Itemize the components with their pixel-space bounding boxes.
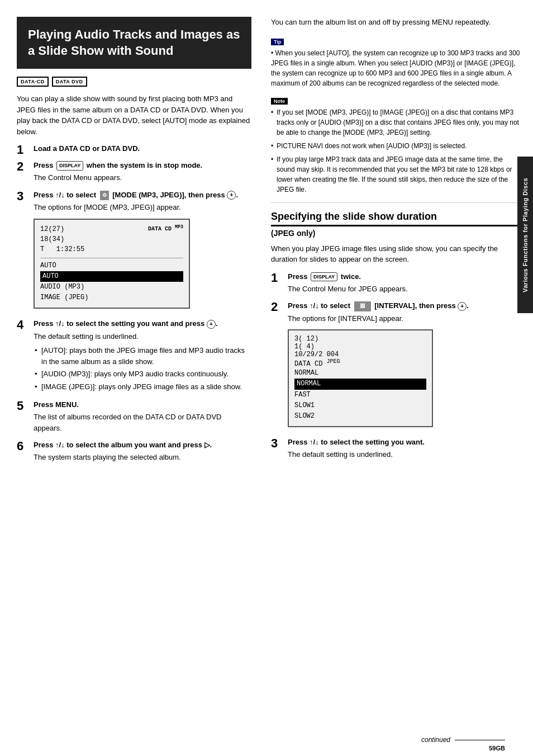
step-6-number: 6 bbox=[17, 440, 29, 465]
step-r3: 3 Press ↑/↓ to select the setting you wa… bbox=[271, 437, 522, 462]
note-content: If you set [MODE (MP3, JPEG)] to [IMAGE … bbox=[271, 107, 522, 195]
step-r3-title: Press ↑/↓ to select the setting you want… bbox=[288, 437, 522, 447]
step-4-bullets: [AUTO]: plays both the JPEG image files … bbox=[34, 345, 251, 392]
screen1-line2: 18(34) bbox=[40, 234, 84, 244]
step-2-content: Press DISPLAY when the system is in stop… bbox=[34, 160, 251, 186]
continued-line: continued bbox=[421, 736, 505, 744]
screen2-label: DATA CD JPEG bbox=[294, 358, 426, 368]
step-r3-number: 3 bbox=[271, 437, 283, 462]
screen2-menu: NORMAL NORMAL FAST SLOW1 SLOW2 bbox=[294, 368, 426, 422]
step-r1-content: Press DISPLAY twice. The Control Menu fo… bbox=[288, 272, 522, 297]
step-5-content: Press MENU. The list of albums recorded … bbox=[34, 400, 251, 436]
screen1-line3: T 1:32:55 bbox=[40, 244, 84, 254]
step-5-title: Press MENU. bbox=[34, 400, 251, 410]
screen1-menu-item-3: AUDIO (MP3) bbox=[40, 282, 183, 292]
tip-content: • When you select [AUTO], the system can… bbox=[271, 48, 522, 88]
screen2-menu-item-5: SLOW2 bbox=[294, 411, 426, 422]
step-4: 4 Press ↑/↓ to select the setting you wa… bbox=[17, 319, 251, 395]
tip-box: Tip • When you select [AUTO], the system… bbox=[271, 37, 522, 88]
step-6-desc: The system starts playing the selected a… bbox=[34, 452, 251, 463]
enter-button: + bbox=[227, 191, 236, 200]
step-2: 2 Press DISPLAY when the system is in st… bbox=[17, 160, 251, 186]
continued-line-decoration bbox=[455, 740, 505, 740]
step-3: 3 Press ↑/↓ to select ⚙ [MODE (MP3, JPEG… bbox=[17, 190, 251, 314]
step-3-content: Press ↑/↓ to select ⚙ [MODE (MP3, JPEG)]… bbox=[34, 190, 251, 314]
step-3-number: 3 bbox=[17, 190, 29, 314]
bullet-audio: [AUDIO (MP3)]: plays only MP3 audio trac… bbox=[34, 368, 251, 380]
note-item-1: If you set [MODE (MP3, JPEG)] to [IMAGE … bbox=[271, 107, 522, 138]
step-r2: 2 Press ↑/↓ to select 🖼 [INTERVAL], then… bbox=[271, 301, 522, 433]
step-6: 6 Press ↑/↓ to select the album you want… bbox=[17, 440, 251, 465]
screen1-menu: AUTO AUTO AUDIO (MP3) IMAGE (JPEG) bbox=[40, 258, 183, 304]
screen2-top: 3( 12) 1( 4) 10/29/2 004 DATA CD JPEG bbox=[294, 335, 426, 368]
note-box: Note If you set [MODE (MP3, JPEG)] to [I… bbox=[271, 96, 522, 195]
note-label: Note bbox=[271, 98, 288, 105]
step-r3-desc: The default setting is underlined. bbox=[288, 449, 522, 460]
screen1-track-info: 12(27) 18(34) T 1:32:55 bbox=[40, 224, 84, 254]
screen1-top: 12(27) 18(34) T 1:32:55 DATA CD MP3 bbox=[40, 224, 183, 254]
sidebar-tab: Various Functions for Playing Discs bbox=[517, 157, 533, 313]
step-r1-title: Press DISPLAY twice. bbox=[288, 272, 522, 282]
section-divider bbox=[271, 202, 522, 203]
screen1-menu-item-2: AUTO bbox=[40, 271, 183, 282]
step-3-desc: The options for [MODE (MP3, JPEG)] appea… bbox=[34, 202, 251, 213]
screen1-menu-item-1: AUTO bbox=[40, 261, 183, 271]
right-top-text: You can turn the album list on and off b… bbox=[271, 17, 522, 28]
screen-display-2: 3( 12) 1( 4) 10/29/2 004 DATA CD JPEG NO… bbox=[288, 329, 433, 427]
step-r1-desc: The Control Menu for JPEG appears. bbox=[288, 284, 522, 295]
step-4-number: 4 bbox=[17, 319, 29, 395]
badges-container: DATA·CD DATA DVD bbox=[17, 77, 251, 87]
step-1-title: Load a DATA CD or DATA DVD. bbox=[34, 144, 251, 154]
screen1-line1: 12(27) bbox=[40, 224, 84, 234]
step-1: 1 Load a DATA CD or DATA DVD. bbox=[17, 144, 251, 156]
screen2-line2: 1( 4) bbox=[294, 343, 426, 351]
step-2-desc: The Control Menu appears. bbox=[34, 172, 251, 183]
tip-label: Tip bbox=[271, 39, 284, 45]
section2-intro: When you play JPEG image files using sli… bbox=[271, 243, 522, 265]
step-6-title: Press ↑/↓ to select the album you want a… bbox=[34, 440, 251, 450]
step-3-title: Press ↑/↓ to select ⚙ [MODE (MP3, JPEG)]… bbox=[34, 190, 251, 200]
step-r1: 1 Press DISPLAY twice. The Control Menu … bbox=[271, 272, 522, 297]
section2-subheading: (JPEG only) bbox=[271, 229, 522, 238]
enter-button-2: + bbox=[207, 320, 216, 329]
page-number: 59GB bbox=[489, 745, 505, 752]
page-title: Playing Audio Tracks and Images as a Sli… bbox=[17, 17, 251, 69]
display-button-icon: DISPLAY bbox=[56, 161, 83, 171]
screen-display-1: 12(27) 18(34) T 1:32:55 DATA CD MP3 AUTO… bbox=[34, 219, 190, 309]
screen1-label: DATA CD MP3 bbox=[148, 224, 183, 232]
enter-button-3: + bbox=[458, 302, 467, 311]
screen2-track-info: 3( 12) 1( 4) 10/29/2 004 bbox=[294, 335, 426, 358]
step-4-desc1: The default setting is underlined. bbox=[34, 331, 251, 342]
screen2-menu-item-1: NORMAL bbox=[294, 368, 426, 379]
step-5: 5 Press MENU. The list of albums recorde… bbox=[17, 400, 251, 436]
step-r2-number: 2 bbox=[271, 301, 283, 433]
step-4-content: Press ↑/↓ to select the setting you want… bbox=[34, 319, 251, 395]
note-item-2: PICTURE NAVI does not work when [AUDIO (… bbox=[271, 141, 522, 151]
screen2-menu-item-3: FAST bbox=[294, 390, 426, 400]
step-r3-content: Press ↑/↓ to select the setting you want… bbox=[288, 437, 522, 462]
step-1-content: Load a DATA CD or DATA DVD. bbox=[34, 144, 251, 156]
bullet-auto: [AUTO]: plays both the JPEG image files … bbox=[34, 345, 251, 367]
mode-icon: ⚙ bbox=[100, 191, 109, 200]
screen2-line1: 3( 12) bbox=[294, 335, 426, 343]
step-r1-number: 1 bbox=[271, 272, 283, 297]
interval-icon: 🖼 bbox=[354, 301, 371, 311]
left-column: Playing Audio Tracks and Images as a Sli… bbox=[17, 17, 263, 739]
step-5-desc: The list of albums recorded on the DATA … bbox=[34, 412, 251, 433]
step-r2-title: Press ↑/↓ to select 🖼 [INTERVAL], then p… bbox=[288, 301, 522, 311]
right-column: You can turn the album list on and off b… bbox=[263, 17, 522, 739]
screen2-menu-item-4: SLOW1 bbox=[294, 400, 426, 411]
continued-text: continued bbox=[421, 736, 450, 744]
note-item-3: If you play large MP3 track data and JPE… bbox=[271, 154, 522, 195]
display-button-icon-2: DISPLAY bbox=[311, 272, 337, 282]
bullet-image: [IMAGE (JPEG)]: plays only JPEG image fi… bbox=[34, 381, 251, 393]
screen2-line3: 10/29/2 004 bbox=[294, 351, 426, 358]
step-6-content: Press ↑/↓ to select the album you want a… bbox=[34, 440, 251, 465]
step-r2-content: Press ↑/↓ to select 🖼 [INTERVAL], then p… bbox=[288, 301, 522, 433]
badge-data-cd: DATA·CD bbox=[17, 77, 49, 87]
step-1-number: 1 bbox=[17, 144, 29, 156]
step-r2-desc: The options for [INTERVAL] appear. bbox=[288, 313, 522, 324]
step-2-number: 2 bbox=[17, 160, 29, 186]
step-5-number: 5 bbox=[17, 400, 29, 436]
step-4-title: Press ↑/↓ to select the setting you want… bbox=[34, 319, 251, 329]
